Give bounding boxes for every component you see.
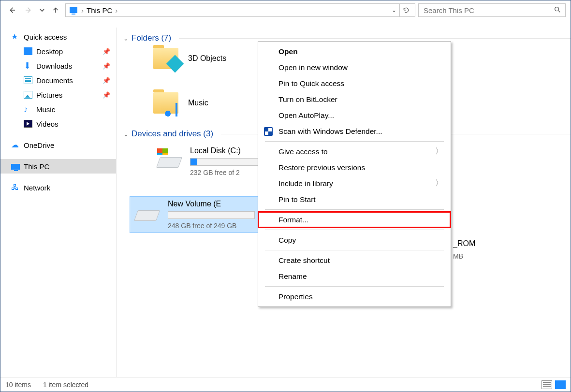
- back-button[interactable]: [5, 3, 19, 17]
- nav-music[interactable]: ♪ Music: [0, 102, 116, 116]
- refresh-button[interactable]: [399, 3, 412, 17]
- ctx-include-library[interactable]: Include in library〉: [258, 175, 451, 191]
- folder-3d-objects[interactable]: 3D Objects: [153, 48, 255, 69]
- ctx-separator: [265, 286, 444, 287]
- up-button[interactable]: [49, 3, 62, 17]
- nav-label: Downloads: [36, 62, 72, 70]
- drive-icon: [155, 148, 183, 170]
- address-dropdown-icon[interactable]: ⌄: [392, 7, 396, 14]
- ctx-properties[interactable]: Properties: [258, 289, 451, 305]
- recent-locations-button[interactable]: [38, 3, 46, 17]
- svg-point-0: [555, 7, 559, 11]
- ctx-separator: [265, 209, 444, 210]
- ctx-create-shortcut[interactable]: Create shortcut: [258, 252, 451, 268]
- cloud-icon: ☁: [11, 141, 20, 149]
- nav-onedrive[interactable]: ☁ OneDrive: [0, 138, 116, 152]
- ctx-separator: [265, 141, 444, 142]
- address-bar[interactable]: › This PC › ⌄: [65, 3, 415, 17]
- context-menu: Open Open in new window Pin to Quick acc…: [258, 41, 451, 307]
- pin-icon: 📌: [102, 48, 110, 55]
- ctx-restore-versions[interactable]: Restore previous versions: [258, 160, 451, 175]
- folder-icon: [153, 92, 178, 114]
- nav-label: Music: [36, 105, 55, 114]
- folder-label: 3D Objects: [188, 54, 226, 63]
- nav-label: Pictures: [36, 91, 62, 99]
- ctx-give-access[interactable]: Give access to〉: [258, 144, 451, 160]
- pin-icon: 📌: [102, 62, 110, 70]
- search-input[interactable]: [423, 6, 554, 15]
- ctx-pin-start[interactable]: Pin to Start: [258, 191, 451, 207]
- status-bar: 10 items 1 item selected: [0, 377, 571, 392]
- search-icon[interactable]: [554, 6, 561, 15]
- breadcrumb-separator-icon: ›: [115, 6, 117, 15]
- submenu-arrow-icon: 〉: [435, 146, 443, 157]
- ctx-copy[interactable]: Copy: [258, 232, 451, 248]
- folder-icon: [153, 48, 178, 69]
- nav-label: OneDrive: [24, 141, 54, 149]
- status-item-count: 10 items: [5, 381, 31, 389]
- chevron-down-icon: ⌄: [123, 131, 129, 138]
- ctx-separator: [265, 230, 444, 230]
- drive-usage-bar: [168, 211, 255, 219]
- ctx-autoplay[interactable]: Open AutoPlay...: [258, 107, 451, 123]
- ctx-bitlocker[interactable]: Turn on BitLocker: [258, 91, 451, 107]
- nav-label: This PC: [24, 162, 49, 171]
- nav-quick-access[interactable]: ★ Quick access: [0, 29, 116, 44]
- ctx-format[interactable]: Format...: [258, 212, 451, 228]
- this-pc-icon: [70, 7, 77, 13]
- folder-music[interactable]: Music: [153, 92, 255, 114]
- star-icon: ★: [11, 33, 20, 41]
- address-toolbar: › This PC › ⌄: [0, 0, 571, 20]
- nav-documents[interactable]: Documents 📌: [0, 73, 116, 87]
- nav-label: Desktop: [36, 47, 63, 56]
- nav-label: Network: [24, 184, 50, 192]
- music-icon: ♪: [24, 105, 32, 113]
- submenu-arrow-icon: 〉: [435, 178, 443, 189]
- breadcrumb-this-pc[interactable]: This PC: [87, 6, 112, 15]
- status-separator: [37, 381, 37, 389]
- status-selection: 1 item selected: [43, 381, 88, 389]
- pictures-icon: [24, 91, 32, 99]
- ctx-pin-quick-access[interactable]: Pin to Quick access: [258, 75, 451, 91]
- ctx-separator: [265, 250, 444, 250]
- breadcrumb-separator-icon: ›: [81, 6, 84, 15]
- documents-icon: [24, 76, 32, 84]
- folder-label: Music: [188, 99, 208, 107]
- nav-downloads[interactable]: ⬇ Downloads 📌: [0, 58, 116, 73]
- nav-label: Quick access: [24, 33, 67, 41]
- download-icon: ⬇: [24, 62, 32, 70]
- nav-videos[interactable]: Videos: [0, 116, 116, 131]
- drive-sub-partial: MB: [453, 250, 475, 262]
- nav-pictures[interactable]: Pictures 📌: [0, 87, 116, 102]
- nav-network[interactable]: 🖧 Network: [0, 180, 116, 195]
- search-box[interactable]: [418, 3, 566, 17]
- drive-free-label: 248 GB free of 249 GB: [168, 222, 255, 230]
- ctx-open[interactable]: Open: [258, 44, 451, 59]
- pin-icon: 📌: [102, 91, 110, 99]
- drive-title-partial: _ROM: [453, 237, 475, 250]
- defender-shield-icon: [264, 127, 273, 136]
- drive-rom-partial[interactable]: _ROM MB: [453, 237, 475, 262]
- nav-label: Documents: [36, 76, 73, 85]
- this-pc-icon: [11, 164, 20, 170]
- nav-this-pc[interactable]: This PC: [0, 159, 116, 174]
- pin-icon: 📌: [102, 77, 110, 84]
- videos-icon: [24, 120, 32, 128]
- navigation-pane: ★ Quick access Desktop 📌 ⬇ Downloads 📌 D…: [0, 28, 117, 377]
- nav-desktop[interactable]: Desktop 📌: [0, 44, 116, 58]
- view-large-icons-button[interactable]: [555, 380, 566, 389]
- drive-title: New Volume (E: [168, 200, 255, 208]
- desktop-icon: [24, 47, 32, 55]
- forward-button[interactable]: [22, 3, 35, 17]
- ctx-open-new-window[interactable]: Open in new window: [258, 59, 451, 75]
- ctx-defender[interactable]: Scan with Windows Defender...: [258, 123, 451, 139]
- chevron-down-icon: ⌄: [123, 35, 129, 42]
- ctx-rename[interactable]: Rename: [258, 268, 451, 284]
- group-title: Devices and drives (3): [132, 129, 213, 139]
- drive-icon: [133, 202, 161, 223]
- nav-label: Videos: [36, 120, 59, 128]
- network-icon: 🖧: [11, 184, 20, 191]
- view-details-button[interactable]: [542, 380, 552, 389]
- divider: [179, 38, 571, 39]
- group-title: Folders (7): [132, 33, 171, 43]
